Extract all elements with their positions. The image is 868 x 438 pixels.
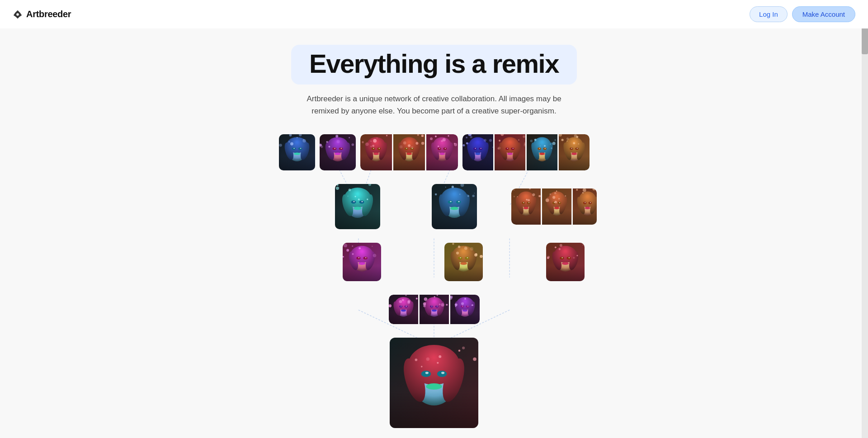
- tree-image[interactable]: [320, 134, 356, 170]
- tree-row-4: [271, 295, 597, 324]
- tree-image[interactable]: [426, 134, 458, 170]
- tree-image[interactable]: [511, 188, 541, 225]
- tree-row-1: [271, 134, 597, 170]
- tree-image[interactable]: [360, 134, 392, 170]
- tree-image[interactable]: [462, 134, 493, 170]
- hero-title: Everything is a remix: [309, 49, 559, 78]
- hero-title-wrap: Everything is a remix: [291, 45, 577, 85]
- tree-row-3: [271, 243, 597, 281]
- tree-image[interactable]: [495, 134, 525, 170]
- svg-point-0: [16, 13, 19, 16]
- remix-tree: [262, 134, 606, 438]
- tree-image[interactable]: [573, 188, 597, 225]
- tree-image-group: [360, 134, 458, 170]
- tree-image[interactable]: [559, 134, 590, 170]
- tree-image-group: [511, 188, 597, 225]
- scrollbar[interactable]: [862, 0, 868, 438]
- header-buttons: Log In Make Account: [750, 6, 855, 22]
- tree-image[interactable]: [279, 134, 315, 170]
- tree-image[interactable]: [420, 295, 449, 324]
- tree-image[interactable]: [527, 134, 557, 170]
- tree-image[interactable]: [546, 243, 585, 281]
- tree-image-group: [389, 295, 480, 324]
- hero-section: Everything is a remix Artbreeder is a un…: [0, 28, 868, 134]
- tree-row-2: [271, 184, 597, 229]
- tree-image[interactable]: [335, 184, 380, 229]
- tree-image[interactable]: [393, 134, 425, 170]
- tree-image-final[interactable]: [390, 338, 478, 428]
- tree-image[interactable]: [450, 295, 480, 324]
- tree-image[interactable]: [542, 188, 571, 225]
- header: Artbreeder Log In Make Account: [0, 0, 868, 28]
- tree-image[interactable]: [389, 295, 418, 324]
- tree-image[interactable]: [444, 243, 483, 281]
- logo-icon: [13, 9, 23, 19]
- login-button[interactable]: Log In: [750, 6, 788, 22]
- tree-image[interactable]: [343, 243, 381, 281]
- tree-row-5: [271, 338, 597, 428]
- logo[interactable]: Artbreeder: [13, 9, 71, 19]
- tree-image[interactable]: [432, 184, 477, 229]
- tree-image-group: [462, 134, 590, 170]
- hero-subtitle: Artbreeder is a unique network of creati…: [298, 93, 570, 117]
- logo-text: Artbreeder: [26, 9, 71, 19]
- make-account-button[interactable]: Make Account: [792, 6, 855, 22]
